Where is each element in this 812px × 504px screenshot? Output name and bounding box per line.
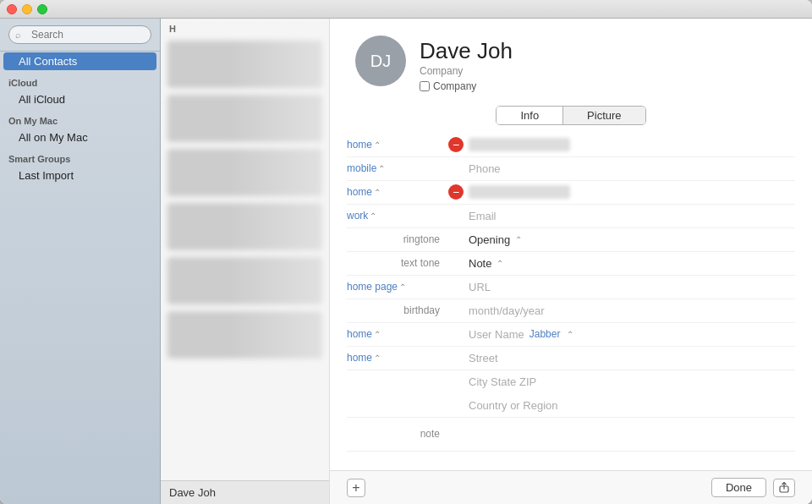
contact-item-current[interactable]: Dave Joh [161,480,329,504]
chevron-icon-jabber: ⌃ [374,330,381,339]
chevron-icon-jabber-service: ⌃ [567,330,573,339]
contact-list: H Dave Joh [161,19,330,504]
sidebar-smart-groups-group: Smart Groups [0,147,160,166]
ringtone-value-group: Opening ⌃ [469,233,522,246]
search-input[interactable] [8,25,151,44]
form-row-note: note [347,418,795,452]
contact-item-blurred-4[interactable] [167,203,322,250]
contact-item-blurred-3[interactable] [167,149,322,196]
contact-item-blurred-1[interactable] [167,41,322,88]
form-row-ringtone: ringtone Opening ⌃ [347,228,795,252]
chevron-icon: ⌃ [374,140,381,150]
search-wrapper: ⌕ [8,25,151,44]
tab-picture[interactable]: Picture [563,107,645,124]
company-checkbox-row: Company [420,80,513,92]
traffic-lights [7,4,47,14]
sidebar-icloud-group: iCloud [0,71,160,90]
field-placeholder-jabber-username[interactable]: User Name [469,328,524,341]
sidebar-item-all-on-my-mac[interactable]: All on My Mac [3,129,156,146]
chevron-icon-texttone: ⌃ [497,259,503,268]
sidebar-on-my-mac-group: On My Mac [0,109,160,128]
chevron-icon-ringtone: ⌃ [515,235,522,244]
contact-item-blurred-6[interactable] [167,311,322,359]
field-placeholder-birthday[interactable]: month/day/year [469,304,545,317]
chevron-icon-mobile: ⌃ [378,164,385,173]
field-label-note: note [347,428,448,440]
add-button[interactable]: + [347,479,365,497]
field-value-phone-home[interactable] [469,138,570,151]
jabber-service-label[interactable]: Jabber [529,328,561,340]
main-layout: ⌕ All Contacts iCloud All iCloud On My M… [0,19,812,504]
contact-item-blurred-5[interactable] [167,257,322,304]
field-label-homepage[interactable]: home page ⌃ [347,281,448,293]
sidebar: ⌕ All Contacts iCloud All iCloud On My M… [0,19,161,504]
form-row-work-email: work ⌃ Email [347,205,795,228]
field-placeholder-url[interactable]: URL [469,281,491,293]
form-row-jabber: home ⌃ User Name Jabber ⌃ [347,323,795,347]
contact-company-label: Company [420,65,513,77]
field-placeholder-street[interactable]: Street [469,352,498,364]
form-row-phone-home: home ⌃ − [347,134,795,157]
field-label-phone-home[interactable]: home ⌃ [347,139,448,151]
field-placeholder-phone[interactable]: Phone [469,162,501,175]
company-checkbox-label: Company [433,80,476,92]
search-icon: ⌕ [15,30,21,40]
right-buttons: Done [711,478,795,497]
field-label-texttone: text tone [347,257,448,269]
field-placeholder-country[interactable]: Country or Region [469,399,558,412]
field-value-ringtone[interactable]: Opening [469,233,510,246]
form-row-address-city: City State ZIP [347,370,795,394]
contact-name: Dave Joh [420,39,513,63]
tab-group: Info Picture [496,106,645,125]
field-placeholder-email[interactable]: Email [469,210,497,222]
field-label-address[interactable]: home ⌃ [347,352,448,364]
minimize-button[interactable] [22,4,32,14]
contact-list-section-header: H [161,19,329,37]
remove-button-phone-home[interactable]: − [448,137,464,152]
sidebar-item-all-icloud[interactable]: All iCloud [3,90,156,108]
chevron-icon-homepage: ⌃ [399,282,406,292]
form-row-home2: home ⌃ − [347,181,795,205]
form-row-birthday: birthday month/day/year [347,299,795,323]
chevron-icon-home2: ⌃ [374,188,381,197]
form-row-homepage: home page ⌃ URL [347,276,795,299]
chevron-icon-address: ⌃ [374,353,381,363]
share-button[interactable] [773,479,795,497]
sidebar-all-icloud-label: All iCloud [19,93,65,106]
field-label-work-email[interactable]: work ⌃ [347,210,448,222]
tab-bar: Info Picture [330,106,812,125]
bottom-toolbar: + Done [330,470,812,504]
done-button[interactable]: Done [711,478,766,497]
contact-current-name: Dave Joh [169,486,216,499]
field-value-home2[interactable] [469,185,570,199]
field-placeholder-city[interactable]: City State ZIP [469,375,536,388]
close-button[interactable] [7,4,17,14]
field-label-jabber[interactable]: home ⌃ [347,328,448,340]
form-row-address-country: Country or Region [347,394,795,418]
sidebar-all-contacts-label: All Contacts [19,55,77,68]
search-area: ⌕ [0,19,160,52]
titlebar [0,0,812,19]
chevron-icon-work: ⌃ [370,211,376,221]
tab-info[interactable]: Info [497,107,563,124]
field-label-home2[interactable]: home ⌃ [347,186,448,198]
remove-button-home2[interactable]: − [448,184,464,200]
detail-header: DJ Dave Joh Company Company [330,19,812,101]
contact-item-blurred-2[interactable] [167,95,322,142]
app-window: ⌕ All Contacts iCloud All iCloud On My M… [0,0,812,504]
detail-panel: DJ Dave Joh Company Company Info Picture [330,19,812,504]
maximize-button[interactable] [37,4,47,14]
form-row-texttone: text tone Note ⌃ [347,252,795,276]
sidebar-last-import-label: Last Import [19,169,74,182]
sidebar-item-last-import[interactable]: Last Import [3,167,156,184]
company-checkbox[interactable] [420,81,430,91]
field-value-texttone[interactable]: Note [469,257,491,270]
form-row-phone-mobile: mobile ⌃ Phone [347,157,795,181]
form-area: home ⌃ − mobile ⌃ Phone home ⌃ [330,134,812,470]
field-label-phone-mobile[interactable]: mobile ⌃ [347,162,448,174]
sidebar-item-all-contacts[interactable]: All Contacts [3,52,156,70]
field-label-ringtone: ringtone [347,233,448,245]
contact-name-area: Dave Joh Company Company [420,36,513,92]
avatar: DJ [355,36,406,86]
field-label-birthday: birthday [347,304,448,316]
